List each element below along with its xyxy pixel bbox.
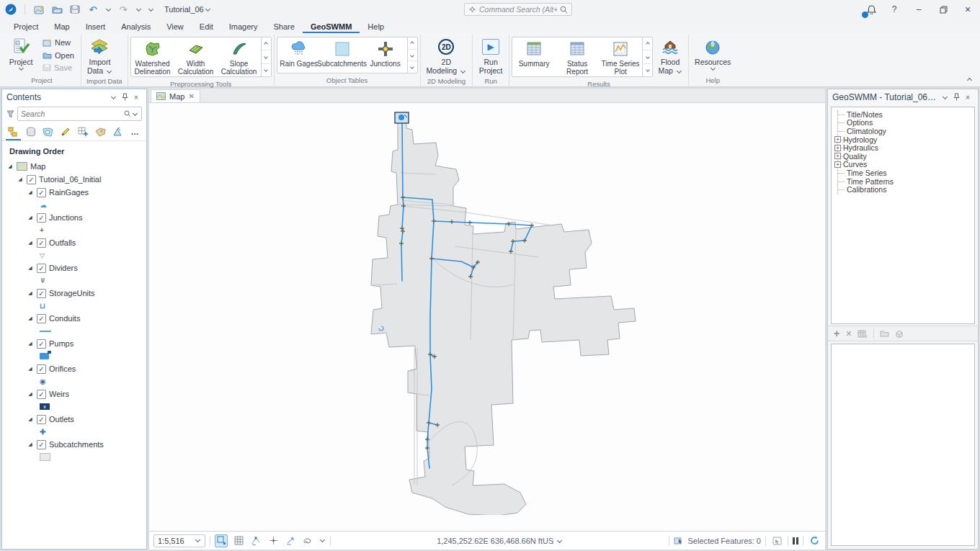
list-by-drawing-order-icon[interactable]	[8, 126, 19, 140]
gallery-up-icon[interactable]	[262, 37, 271, 50]
expander-icon[interactable]: ◢	[27, 416, 34, 422]
geoswmm-node-calibrations[interactable]: Calibrations	[838, 185, 973, 194]
flood-map-button[interactable]: Flood Map	[654, 35, 686, 79]
expander-icon[interactable]: ◢	[27, 391, 34, 397]
map-node-label[interactable]: Map	[30, 162, 45, 171]
save-project-icon[interactable]	[68, 4, 81, 15]
ribbon-tab-map[interactable]: Map	[46, 21, 77, 33]
storageunits-layer-label[interactable]: StorageUnits	[49, 289, 95, 297]
expander-icon[interactable]: ◢	[17, 176, 24, 182]
expand-plus-icon[interactable]: +	[834, 153, 841, 159]
pumps-layer-label[interactable]: Pumps	[49, 339, 74, 348]
expander-icon[interactable]: ◢	[27, 265, 34, 271]
selected-features-indicator[interactable]: Selected Features: 0	[674, 537, 761, 545]
project-button[interactable]: Project	[5, 35, 37, 75]
gallery-down-icon[interactable]	[643, 50, 652, 63]
pumps-checkbox[interactable]: ✓	[37, 339, 46, 349]
subcatchments-button[interactable]: Subcatchments	[321, 37, 364, 73]
ribbon-tab-analysis[interactable]: Analysis	[113, 21, 159, 33]
map-canvas[interactable]	[149, 102, 825, 531]
open-project-icon[interactable]	[50, 4, 63, 15]
contents-search-box[interactable]	[17, 107, 142, 121]
geoswmm-node-options[interactable]: Options	[838, 119, 973, 127]
slope-calculation-button[interactable]: Slope Calculation	[218, 37, 261, 76]
watershed-delineation-button[interactable]: Watershed Delineation	[131, 37, 174, 76]
close-button[interactable]: ×	[956, 0, 980, 19]
contents-pin-icon[interactable]	[119, 93, 130, 102]
snapping-menu-chevron-icon[interactable]	[320, 537, 325, 542]
conduits-checkbox[interactable]: ✓	[37, 314, 46, 323]
command-search-input[interactable]	[479, 5, 557, 14]
expand-plus-icon[interactable]: +	[834, 161, 841, 168]
geoswmm-node-title-notes[interactable]: Title/Notes	[838, 110, 973, 119]
divider-symbol-icon[interactable]: ⋔	[40, 277, 45, 285]
import-data-button[interactable]: Import Data	[84, 35, 116, 76]
geoswmm-node-hydrology[interactable]: +Hydrology	[838, 135, 973, 144]
expander-icon[interactable]: ◢	[27, 189, 34, 195]
storage-symbol-icon[interactable]: ⊔	[40, 302, 45, 310]
grid-icon[interactable]	[232, 534, 245, 547]
export-item-icon[interactable]	[895, 330, 904, 338]
open-item-icon[interactable]	[880, 330, 889, 337]
map-scale-combo[interactable]: 1:5,516	[153, 534, 205, 547]
raingages-checkbox[interactable]: ✓	[37, 188, 46, 197]
contents-close-icon[interactable]: ×	[130, 94, 142, 102]
help-button[interactable]: ?	[882, 0, 906, 19]
expand-plus-icon[interactable]: +	[834, 136, 841, 143]
geoswmm-menu-chevron-icon[interactable]	[939, 94, 950, 102]
time-series-plot-button[interactable]: Time Series Plot	[599, 37, 642, 76]
snap-vertex-icon[interactable]	[249, 534, 262, 547]
junctions-layer-label[interactable]: Junctions	[49, 213, 82, 222]
junctions-checkbox[interactable]: ✓	[37, 213, 46, 223]
expander-icon[interactable]: ◢	[27, 290, 34, 296]
outlets-checkbox[interactable]: ✓	[37, 415, 46, 424]
expander-icon[interactable]: ◢	[27, 215, 34, 220]
search-options-chevron-icon[interactable]	[133, 110, 138, 115]
gallery-down-icon[interactable]	[408, 50, 417, 62]
weirs-layer-label[interactable]: Weirs	[49, 390, 69, 398]
geoswmm-node-time-series[interactable]: Time Series	[838, 169, 973, 177]
restore-button[interactable]	[931, 0, 956, 19]
outfall-symbol-icon[interactable]: ▽	[40, 252, 45, 259]
notifications-button[interactable]	[860, 0, 882, 19]
expander-icon[interactable]: ◢	[27, 366, 34, 372]
ribbon-tab-geoswmm[interactable]: GeoSWMM	[303, 21, 360, 33]
run-project-button[interactable]: ▶ Run Project	[475, 35, 507, 76]
expander-icon[interactable]: ◢	[27, 240, 34, 246]
gallery-up-icon[interactable]	[408, 37, 417, 50]
ribbon-tab-edit[interactable]: Edit	[192, 21, 221, 33]
outfalls-layer-label[interactable]: Outfalls	[49, 238, 76, 247]
gallery-expand-icon[interactable]	[262, 64, 271, 76]
more-options-icon[interactable]: …	[130, 126, 141, 140]
expander-icon[interactable]: ◢	[6, 163, 14, 169]
orifices-layer-label[interactable]: Orifices	[49, 364, 76, 373]
orifices-checkbox[interactable]: ✓	[37, 364, 46, 374]
snapping-toggle-icon[interactable]	[215, 534, 228, 547]
outlet-symbol-icon[interactable]: ✚	[40, 428, 45, 436]
subcatchment-symbol-icon[interactable]	[40, 453, 50, 461]
expander-icon[interactable]: ◢	[27, 315, 34, 321]
pause-drawing-icon[interactable]	[793, 537, 798, 545]
ribbon-tab-help[interactable]: Help	[360, 21, 392, 33]
map-view-tab[interactable]: Map ✕	[151, 89, 200, 102]
contents-search-input[interactable]	[21, 109, 124, 118]
weir-symbol-icon[interactable]: ∨	[40, 403, 50, 410]
ribbon-tab-project[interactable]: Project	[6, 21, 46, 33]
redo-dropdown-chevron-icon[interactable]	[136, 6, 141, 11]
geoswmm-node-climatology[interactable]: Climatology	[838, 127, 973, 135]
refresh-icon[interactable]	[808, 534, 821, 547]
snap-point-icon[interactable]	[267, 534, 280, 547]
map-coordinates[interactable]: 1,245,252.62E 636,468.66N ftUS	[335, 537, 664, 545]
conduit-symbol-icon[interactable]	[40, 331, 51, 332]
dividers-layer-label[interactable]: Dividers	[49, 264, 78, 272]
gallery-expand-icon[interactable]	[643, 64, 652, 76]
expand-plus-icon[interactable]: +	[834, 145, 841, 151]
ribbon-tab-share[interactable]: Share	[266, 21, 303, 33]
raingage-symbol-icon[interactable]: ☁	[40, 201, 47, 209]
contents-menu-chevron-icon[interactable]	[107, 94, 119, 102]
junction-symbol-icon[interactable]: +	[40, 226, 44, 234]
list-by-labeling-icon[interactable]	[95, 126, 106, 140]
width-calculation-button[interactable]: Width Calculation	[174, 37, 218, 76]
minimize-button[interactable]: –	[906, 0, 931, 19]
pump-symbol-icon[interactable]	[40, 353, 49, 359]
